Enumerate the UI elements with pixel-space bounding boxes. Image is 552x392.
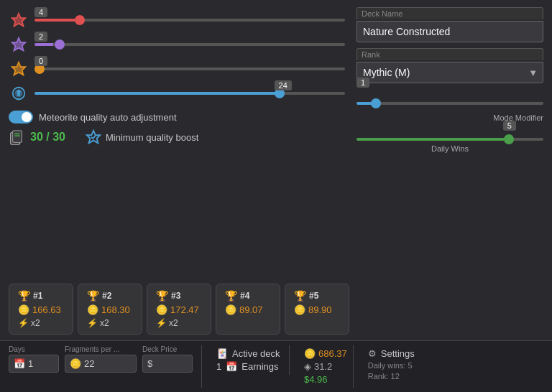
trophy-rank-2: #2 (102, 291, 111, 301)
trophy-icon-1: 🏆 (18, 290, 30, 302)
bottom-bar: Days 📅 1 Fragments per ... 🪙 22 Deck Pri… (0, 340, 552, 392)
fragments-number: 22 (84, 358, 94, 369)
rank-slider-wrapper: 1 (356, 89, 543, 105)
trophy-header-2: 🏆 #2 (87, 290, 133, 302)
fragments-value: 🪙 22 (65, 355, 137, 373)
deck-price-label: Deck Price (142, 345, 193, 353)
silver-icon: ◈ (304, 361, 311, 372)
trophy-icon-5: 🏆 (294, 290, 306, 302)
deck-price-number: $ (147, 358, 152, 369)
trophy-card-3: 🏆 #3 🪙 172.47 ⚡ x2 (147, 284, 211, 335)
card-multiplier-2: ⚡ x2 (87, 318, 133, 328)
daily-wins-info-label: Daily wins: (368, 361, 406, 370)
purple-slider-wrapper: 2 (34, 43, 345, 46)
red-slider-badge: 4 (34, 7, 47, 17)
deck-icon (9, 129, 24, 145)
red-quality-icon (9, 10, 29, 30)
settings-row[interactable]: ⚙ Settings (368, 348, 415, 359)
active-deck-label: Active deck (232, 348, 280, 359)
earnings-calendar-icon: 📅 (226, 361, 237, 372)
settings-gear-icon: ⚙ (368, 348, 377, 359)
rank-select[interactable]: Bronze (B) Silver (S) Gold (G) Platinum … (356, 62, 543, 83)
medal-icon: 🪙 (70, 358, 81, 369)
blue-slider-input[interactable] (34, 92, 345, 95)
min-quality-section: Minimum quality boost (86, 129, 198, 145)
settings-rank-label: Rank: (368, 372, 389, 381)
card-value-3: 🪙 172.47 (156, 304, 202, 315)
mode-modifier-section: Mode Modifier 5 Daily Wins (356, 113, 543, 153)
trophy-rank-3: #3 (171, 291, 180, 301)
orange-slider-input[interactable] (34, 67, 345, 70)
rank-slider-badge: 1 (356, 78, 369, 88)
blue-slider-wrapper: 24 (34, 92, 345, 95)
rank-select-wrapper: Bronze (B) Silver (S) Gold (G) Platinum … (356, 62, 543, 83)
deck-name-input[interactable] (356, 21, 543, 42)
multiplier-value-3: x2 (169, 318, 178, 328)
trophy-icon-2: 🏆 (87, 290, 99, 302)
gold-stat-row: 🪙 686.37 (304, 348, 347, 359)
cards-row: 30 / 30 Minimum quality boost (9, 129, 345, 145)
stats-section: 🪙 686.37 ◈ 31.2 $4.96 (298, 345, 354, 388)
deck-price-field: Deck Price $ (142, 345, 193, 388)
active-deck-row: 🃏 Active deck (216, 348, 283, 359)
purple-slider-input[interactable] (34, 43, 345, 46)
fragments-field: Fragments per ... 🪙 22 (65, 345, 137, 388)
rank-label: Rank (356, 48, 543, 60)
trophy-header-4: 🏆 #4 (225, 290, 271, 302)
coin-icon-3: 🪙 (156, 304, 167, 315)
trophy-icon-4: 🏆 (225, 290, 237, 302)
red-slider-input[interactable] (34, 19, 345, 22)
daily-wins-label: Daily Wins (356, 144, 543, 153)
blue-slider-row: 24 (9, 83, 345, 103)
days-number: 1 (28, 358, 33, 369)
mode-modifier-slider[interactable] (356, 138, 543, 141)
card-value-5: 🪙 89.90 (294, 304, 340, 315)
trophy-rank-1: #1 (33, 291, 42, 301)
trophy-card-4: 🏆 #4 🪙 89.07 (216, 284, 280, 335)
main-container: 4 2 (0, 0, 552, 392)
svg-rect-9 (13, 131, 22, 143)
orange-quality-icon (9, 59, 29, 79)
min-quality-label: Minimum quality boost (106, 132, 198, 143)
rank-slider-section: 1 (356, 89, 543, 105)
silver-stat-row: ◈ 31.2 (304, 361, 347, 372)
settings-rank-info: Rank: 12 (368, 372, 415, 381)
purple-quality-icon (9, 34, 29, 55)
rank-group: Rank Bronze (B) Silver (S) Gold (G) Plat… (356, 48, 543, 83)
trophy-rank-5: #5 (309, 291, 318, 301)
settings-rank-value: 12 (391, 372, 400, 381)
card-multiplier-1: ⚡ x2 (18, 318, 64, 328)
gold-coin-icon: 🪙 (304, 348, 316, 359)
purple-slider-row: 2 (9, 34, 345, 55)
daily-wins-info-value: 5 (408, 361, 412, 370)
settings-section: ⚙ Settings Daily wins: 5 Rank: 12 (362, 345, 420, 383)
auto-adjust-toggle[interactable] (9, 111, 33, 123)
card-amount-5: 89.90 (308, 304, 332, 315)
trophy-card-2: 🏆 #2 🪙 168.30 ⚡ x2 (78, 284, 142, 335)
auto-adjust-row: Meteorite quality auto adjustment (9, 111, 345, 123)
mode-modifier-badge: 5 (503, 121, 516, 131)
purple-slider-badge: 2 (34, 32, 47, 42)
silver-value: 31.2 (314, 361, 332, 372)
svg-marker-12 (87, 131, 100, 143)
earnings-number: 1 (216, 361, 221, 372)
deck-name-group: Deck Name (356, 7, 543, 42)
fragments-label: Fragments per ... (65, 345, 137, 353)
trophy-rank-4: #4 (240, 291, 249, 301)
card-amount-2: 168.30 (101, 304, 130, 315)
card-amount-4: 89.07 (239, 304, 263, 315)
multiplier-value-2: x2 (100, 318, 109, 328)
orange-slider-row: 0 (9, 59, 345, 79)
active-deck-icon: 🃏 (216, 348, 228, 359)
top-section: 4 2 (0, 0, 552, 278)
right-panel: Deck Name Rank Bronze (B) Silver (S) Gol… (356, 7, 543, 274)
card-multiplier-3: ⚡ x2 (156, 318, 202, 328)
card-value-2: 🪙 168.30 (87, 304, 133, 315)
usd-value: $4.96 (304, 374, 328, 385)
card-amount-3: 172.47 (170, 304, 199, 315)
min-quality-icon (86, 129, 101, 145)
deck-price-value: $ (142, 355, 193, 373)
right-info-panel: 🃏 Active deck 1 📅 Earnings 🪙 686.37 ◈ 31… (211, 345, 543, 388)
rank-slider-input[interactable] (356, 102, 543, 105)
gold-value: 686.37 (318, 348, 347, 359)
